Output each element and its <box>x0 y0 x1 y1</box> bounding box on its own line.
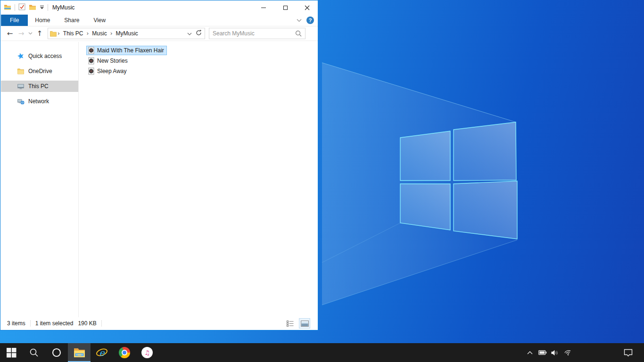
chevron-up-icon <box>527 351 533 354</box>
file-list[interactable]: Maid With The Flaxen Hair New Stories Sl… <box>79 42 317 317</box>
volume-button[interactable] <box>549 343 561 362</box>
wifi-icon <box>564 349 572 356</box>
breadcrumb-chevron: › <box>57 30 61 37</box>
windows-logo-art <box>322 0 644 343</box>
properties-check-icon[interactable] <box>18 3 25 12</box>
up-arrow-icon[interactable]: ↑ <box>34 28 45 39</box>
file-explorer-icon <box>4 3 11 12</box>
close-icon <box>305 5 310 10</box>
itunes-icon: ♫ <box>141 347 153 358</box>
breadcrumb-chevron: › <box>86 30 90 37</box>
taskbar-file-explorer-button[interactable] <box>68 343 91 362</box>
breadcrumb-music[interactable]: Music <box>90 30 109 37</box>
window-controls <box>253 0 318 15</box>
separator <box>48 4 48 11</box>
system-tray <box>523 343 644 362</box>
action-center-icon <box>624 349 633 357</box>
minimize-button[interactable] <box>253 0 274 15</box>
minimize-icon <box>261 8 266 8</box>
onedrive-folder-icon <box>17 67 25 75</box>
quick-access-toolbar <box>4 3 48 12</box>
cortana-button[interactable] <box>45 343 68 362</box>
taskbar: e ♫ <box>0 343 644 362</box>
selection-size: 190 KB <box>78 320 96 327</box>
large-icons-view-icon <box>301 321 309 327</box>
sidebar-item-quick-access[interactable]: Quick access <box>1 50 78 62</box>
back-arrow-icon[interactable]: ← <box>4 28 16 39</box>
battery-status-button[interactable] <box>536 343 549 362</box>
file-name: New Stories <box>97 58 128 64</box>
svg-text:e: e <box>99 347 105 358</box>
start-button[interactable] <box>0 343 23 362</box>
separator <box>30 320 31 327</box>
file-item-maid-with-the-flaxen-hair[interactable]: Maid With The Flaxen Hair <box>86 46 167 55</box>
tab-share[interactable]: Share <box>57 15 86 26</box>
breadcrumb-this-pc[interactable]: This PC <box>61 30 86 37</box>
expand-ribbon-chevron-icon[interactable] <box>297 17 302 24</box>
separator <box>15 4 15 11</box>
taskbar-chrome-button[interactable] <box>113 343 136 362</box>
tab-home[interactable]: Home <box>28 15 57 26</box>
new-folder-icon[interactable] <box>29 3 36 12</box>
tab-view[interactable]: View <box>86 15 113 26</box>
internet-explorer-icon: e <box>96 346 108 359</box>
file-item-new-stories[interactable]: New Stories <box>86 56 131 66</box>
breadcrumb-mymusic[interactable]: MyMusic <box>113 30 140 37</box>
search-input[interactable] <box>213 30 295 37</box>
music-file-icon <box>88 57 95 65</box>
ribbon-tabs: File Home Share View ? <box>0 15 318 26</box>
wifi-button[interactable] <box>561 343 574 362</box>
sidebar-item-onedrive[interactable]: OneDrive <box>1 66 78 77</box>
status-bar: 3 items 1 item selected 190 KB <box>1 317 317 329</box>
action-center-button[interactable] <box>619 343 637 362</box>
address-dropdown-chevron-icon[interactable] <box>187 30 192 37</box>
refresh-icon[interactable] <box>196 30 202 37</box>
music-file-icon <box>88 67 95 75</box>
navigation-pane: Quick access OneDrive This PC Network <box>1 42 79 317</box>
taskbar-itunes-button[interactable]: ♫ <box>136 343 158 362</box>
close-button[interactable] <box>296 0 318 15</box>
breadcrumb-chevron: › <box>109 30 114 37</box>
selection-count: 1 item selected <box>35 320 74 327</box>
details-view-button[interactable] <box>285 319 295 328</box>
search-icon[interactable] <box>295 30 302 37</box>
file-explorer-icon <box>74 347 85 358</box>
customize-quick-access-dropdown-icon[interactable] <box>40 4 44 11</box>
music-file-icon <box>88 47 95 54</box>
sidebar-item-network[interactable]: Network <box>1 96 78 107</box>
file-name: Maid With The Flaxen Hair <box>97 47 164 54</box>
sidebar-item-label: Network <box>28 98 49 105</box>
file-explorer-window: MyMusic File Home Share View ? ← → ↑ <box>0 0 318 330</box>
volume-icon <box>551 350 559 356</box>
maximize-icon <box>283 6 288 10</box>
ribbon-right-controls: ? <box>297 15 318 26</box>
taskbar-search-button[interactable] <box>23 343 45 362</box>
chrome-icon <box>119 347 130 358</box>
maximize-button[interactable] <box>274 0 296 15</box>
show-hidden-icons-button[interactable] <box>523 343 536 362</box>
sidebar-item-label: Quick access <box>28 53 62 59</box>
file-name: Sleep Away <box>97 68 127 74</box>
navigation-bar: ← → ↑ › This PC › Music › MyMusic <box>0 26 318 41</box>
title-bar: MyMusic <box>0 0 318 15</box>
sidebar-item-label: This PC <box>28 83 49 90</box>
taskbar-internet-explorer-button[interactable]: e <box>91 343 113 362</box>
forward-arrow-icon[interactable]: → <box>16 28 27 39</box>
network-computers-icon <box>17 98 25 105</box>
search-box <box>209 28 305 39</box>
separator <box>101 320 102 327</box>
help-icon[interactable]: ? <box>306 16 314 24</box>
explorer-content: Quick access OneDrive This PC Network <box>1 42 317 317</box>
sidebar-item-label: OneDrive <box>28 68 52 74</box>
details-view-icon <box>287 321 294 327</box>
recent-locations-chevron-icon[interactable] <box>27 28 34 39</box>
address-bar[interactable]: › This PC › Music › MyMusic <box>48 28 205 39</box>
tab-file[interactable]: File <box>1 15 28 26</box>
folder-icon <box>50 31 57 37</box>
battery-icon <box>538 350 547 355</box>
large-icons-view-button[interactable] <box>299 319 310 328</box>
file-item-sleep-away[interactable]: Sleep Away <box>86 66 130 76</box>
cortana-icon <box>51 347 62 358</box>
search-icon <box>29 348 39 357</box>
sidebar-item-this-pc[interactable]: This PC <box>1 81 78 92</box>
